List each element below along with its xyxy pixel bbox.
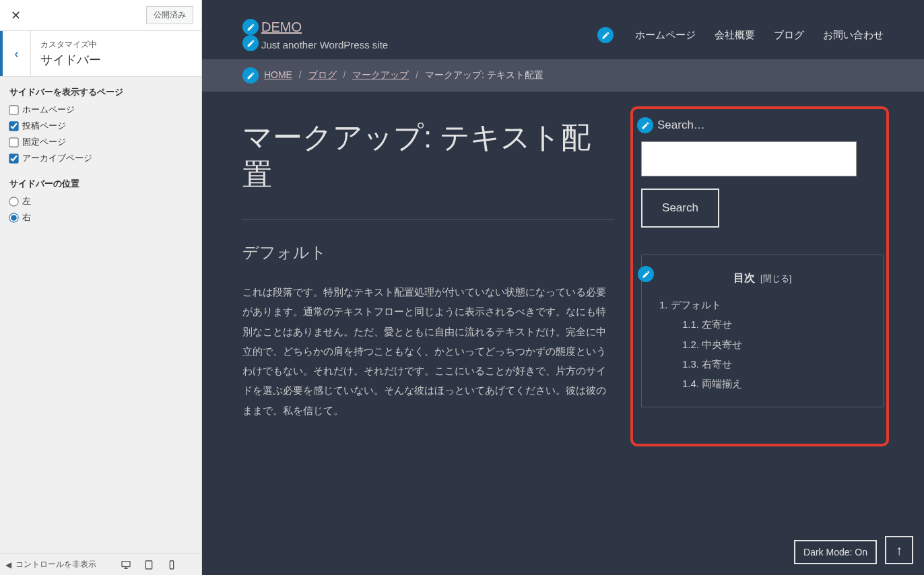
pencil-icon xyxy=(246,71,255,80)
preview-pane: DEMO Just another WordPress site ホームページ … xyxy=(202,0,924,575)
breadcrumb-sep: / xyxy=(416,69,418,80)
chevron-left-icon: ‹ xyxy=(14,46,19,61)
primary-nav: ホームページ 会社概要 ブログ お問い合わせ xyxy=(597,27,884,43)
edit-shortcut-nav[interactable] xyxy=(597,27,614,43)
nav-contact[interactable]: お問い合わせ xyxy=(823,29,884,42)
content-area: マークアップ: テキスト配置 デフォルト これは段落です。特別なテキスト配置処理… xyxy=(202,92,924,447)
edit-shortcut-title[interactable] xyxy=(242,19,259,35)
site-tagline: Just another WordPress site xyxy=(261,39,388,50)
nav-blog[interactable]: ブログ xyxy=(774,29,804,42)
search-button[interactable]: Search xyxy=(641,189,719,228)
close-customizer-button[interactable]: ✕ xyxy=(0,0,31,31)
site-branding: DEMO Just another WordPress site xyxy=(242,19,388,51)
svg-rect-2 xyxy=(170,561,173,569)
desktop-icon[interactable] xyxy=(121,560,131,570)
section-title: サイドバー xyxy=(40,52,192,68)
edit-shortcut-search[interactable] xyxy=(637,117,653,133)
toc-item[interactable]: 1. デフォルト xyxy=(654,295,871,314)
section-subtitle: カスタマイズ中 xyxy=(40,39,192,50)
sidebar-widgets: Search… Search 目次 [閉じる] 1. デフォルト 1.1. 左寄… xyxy=(641,119,884,420)
breadcrumb-sep: / xyxy=(299,69,302,80)
svg-rect-0 xyxy=(122,561,130,566)
nav-about[interactable]: 会社概要 xyxy=(715,29,755,42)
nav-home[interactable]: ホームページ xyxy=(635,29,696,42)
heading-default: デフォルト xyxy=(242,242,614,263)
toc-item[interactable]: 1.3. 右寄せ xyxy=(654,354,871,374)
checkbox-fixed-label: 固定ページ xyxy=(22,136,66,148)
control-group-position: サイドバーの位置 左 右 xyxy=(9,178,192,224)
radio-right[interactable]: 右 xyxy=(9,211,192,224)
radio-right-label: 右 xyxy=(22,211,31,224)
breadcrumb-blog[interactable]: ブログ xyxy=(308,69,337,80)
checkbox-home-label: ホームページ xyxy=(22,104,75,116)
hide-controls-label: コントロールを非表示 xyxy=(15,559,96,570)
checkbox-posts-label: 投稿ページ xyxy=(22,120,66,132)
divider xyxy=(242,219,614,220)
page-title: マークアップ: テキスト配置 xyxy=(242,119,614,193)
checkbox-posts[interactable]: 投稿ページ xyxy=(9,120,192,132)
svg-rect-1 xyxy=(145,561,152,569)
site-header: DEMO Just another WordPress site ホームページ … xyxy=(202,0,924,59)
customizer-panel: ✕ 公開済み ‹ カスタマイズ中 サイドバー サイドバーを表示するページ ホーム… xyxy=(0,0,202,575)
toc-toggle[interactable]: [閉じる] xyxy=(760,273,791,283)
customizer-controls: サイドバーを表示するページ ホームページ 投稿ページ 固定ページ アーカイブペー… xyxy=(0,77,201,246)
pencil-icon xyxy=(246,39,255,48)
pencil-icon xyxy=(601,31,610,40)
site-title-link[interactable]: DEMO xyxy=(261,20,302,35)
control-label-pages: サイドバーを表示するページ xyxy=(9,86,192,98)
pencil-icon xyxy=(642,270,651,279)
breadcrumb-current: マークアップ: テキスト配置 xyxy=(425,69,543,80)
breadcrumb: HOME / ブログ / マークアップ / マークアップ: テキスト配置 xyxy=(202,59,924,92)
widget-search: Search… Search xyxy=(641,119,884,228)
device-icons xyxy=(121,560,177,570)
checkbox-fixed-input[interactable] xyxy=(9,137,18,147)
radio-right-input[interactable] xyxy=(9,213,18,222)
pencil-icon xyxy=(641,121,650,130)
radio-left-input[interactable] xyxy=(9,197,18,206)
search-widget-label: Search… xyxy=(657,119,705,132)
paragraph-default: これは段落です。特別なテキスト配置処理が付いていない状態になっている必要がありま… xyxy=(242,282,614,420)
toc-item[interactable]: 1.1. 左寄せ xyxy=(654,314,871,334)
edit-shortcut-breadcrumb[interactable] xyxy=(242,67,259,83)
toc-item[interactable]: 1.2. 中央寄せ xyxy=(654,335,871,354)
tablet-icon[interactable] xyxy=(143,560,154,570)
publish-status-button[interactable]: 公開済み xyxy=(146,6,193,24)
section-header: ‹ カスタマイズ中 サイドバー xyxy=(0,31,201,77)
checkbox-posts-input[interactable] xyxy=(9,121,18,131)
customizer-footer: ◀ コントロールを非表示 xyxy=(0,553,201,575)
dark-mode-toggle[interactable]: Dark Mode: On xyxy=(794,540,877,564)
breadcrumb-category[interactable]: マークアップ xyxy=(352,69,409,80)
radio-left[interactable]: 左 xyxy=(9,195,192,207)
breadcrumb-home[interactable]: HOME xyxy=(264,69,292,80)
toc-list: 1. デフォルト 1.1. 左寄せ 1.2. 中央寄せ 1.3. 右寄せ 1.4… xyxy=(654,295,871,393)
checkbox-archive-label: アーカイブページ xyxy=(22,152,92,164)
toc-title-text: 目次 xyxy=(733,272,755,283)
customizer-top-bar: ✕ 公開済み xyxy=(0,0,201,31)
checkbox-archive[interactable]: アーカイブページ xyxy=(9,152,192,164)
control-group-pages: サイドバーを表示するページ ホームページ 投稿ページ 固定ページ アーカイブペー… xyxy=(9,86,192,164)
checkbox-archive-input[interactable] xyxy=(9,154,18,163)
checkbox-home[interactable]: ホームページ xyxy=(9,104,192,116)
hide-controls-button[interactable]: ◀ コントロールを非表示 xyxy=(5,559,96,570)
chevron-left-circle-icon: ◀ xyxy=(5,560,11,570)
section-title-wrap: カスタマイズ中 サイドバー xyxy=(31,31,201,76)
edit-shortcut-toc[interactable] xyxy=(638,266,654,282)
back-button[interactable]: ‹ xyxy=(0,31,31,76)
toc-item[interactable]: 1.4. 両端揃え xyxy=(654,374,871,393)
checkbox-home-input[interactable] xyxy=(9,105,18,114)
checkbox-fixed[interactable]: 固定ページ xyxy=(9,136,192,148)
pencil-icon xyxy=(246,23,255,32)
radio-left-label: 左 xyxy=(22,195,31,207)
mobile-icon[interactable] xyxy=(166,560,177,570)
widget-toc: 目次 [閉じる] 1. デフォルト 1.1. 左寄せ 1.2. 中央寄せ 1.3… xyxy=(641,255,884,407)
main-content: マークアップ: テキスト配置 デフォルト これは段落です。特別なテキスト配置処理… xyxy=(242,119,614,420)
breadcrumb-sep: / xyxy=(343,69,345,80)
control-label-position: サイドバーの位置 xyxy=(9,178,192,190)
edit-shortcut-tagline[interactable] xyxy=(242,35,259,51)
scroll-to-top-button[interactable]: ↑ xyxy=(885,536,913,564)
close-icon: ✕ xyxy=(11,8,21,23)
search-input[interactable] xyxy=(641,141,857,176)
toc-title: 目次 [閉じる] xyxy=(654,271,871,285)
arrow-up-icon: ↑ xyxy=(896,543,902,558)
